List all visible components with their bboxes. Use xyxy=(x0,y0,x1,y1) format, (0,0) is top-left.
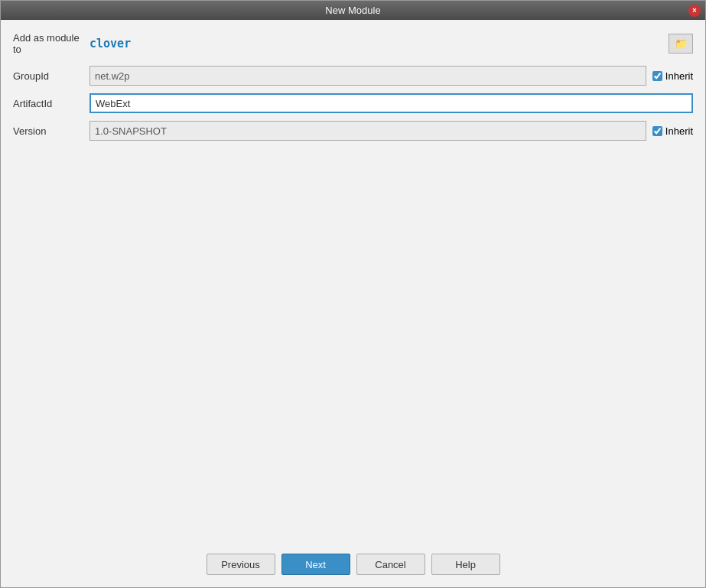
next-button[interactable]: Next xyxy=(281,554,350,575)
version-input-area: Inherit xyxy=(89,121,693,141)
version-label: Version xyxy=(13,125,89,137)
folder-icon: 📁 xyxy=(675,37,688,50)
add-module-label: Add as module to xyxy=(13,32,89,55)
help-button[interactable]: Help xyxy=(431,554,500,575)
version-inherit-text: Inherit xyxy=(665,125,693,137)
groupid-label: GroupId xyxy=(13,70,89,82)
artifactid-label: ArtifactId xyxy=(13,98,89,109)
dialog-footer: Previous Next Cancel Help xyxy=(1,544,705,587)
cancel-button[interactable]: Cancel xyxy=(356,554,425,575)
module-header-left: Add as module to clover xyxy=(13,32,131,55)
module-name-value: clover xyxy=(89,37,131,50)
folder-button-area: 📁 xyxy=(665,34,693,54)
artifactid-input[interactable] xyxy=(89,93,693,113)
version-inherit-label[interactable]: Inherit xyxy=(652,125,693,137)
version-row: Version Inherit xyxy=(13,121,693,141)
dialog-title: New Module xyxy=(325,5,380,16)
artifactid-row: ArtifactId xyxy=(13,93,693,113)
groupid-input[interactable] xyxy=(89,66,646,86)
previous-button[interactable]: Previous xyxy=(207,554,275,575)
groupid-row: GroupId Inherit xyxy=(13,66,693,86)
close-icon: × xyxy=(692,6,697,15)
groupid-inherit-checkbox[interactable] xyxy=(652,71,662,81)
version-input[interactable] xyxy=(89,121,646,141)
close-button[interactable]: × xyxy=(688,5,701,17)
groupid-inherit-text: Inherit xyxy=(665,70,693,82)
version-inherit-checkbox[interactable] xyxy=(652,126,662,136)
groupid-inherit-label[interactable]: Inherit xyxy=(652,70,693,82)
module-header-row: Add as module to clover 📁 xyxy=(13,32,693,55)
folder-button[interactable]: 📁 xyxy=(669,34,693,54)
title-bar: New Module × xyxy=(1,1,705,20)
dialog-content: Add as module to clover 📁 GroupId Inheri… xyxy=(1,20,705,544)
groupid-input-area: Inherit xyxy=(89,66,693,86)
new-module-dialog: New Module × Add as module to clover 📁 G… xyxy=(0,0,706,588)
